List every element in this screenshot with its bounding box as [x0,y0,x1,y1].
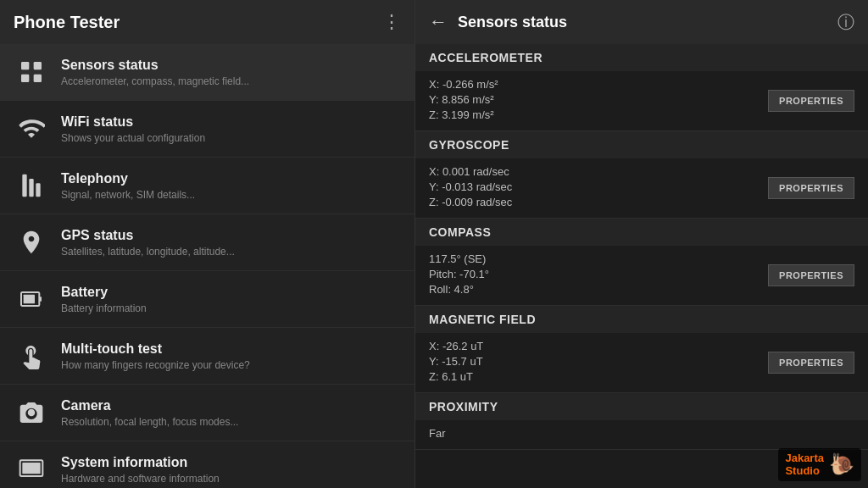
magnetic-values: X: -26.2 uT Y: -15.7 uT Z: 6.1 uT [429,340,758,385]
sidebar-item-telephony[interactable]: Telephony Signal, network, SIM details..… [0,158,415,214]
sidebar-item-sensors[interactable]: Sensors status Accelerometer, compass, m… [0,44,415,101]
right-panel: ← Sensors status ⓘ ACCELEROMETER X: -0.2… [415,0,868,488]
sensors-icon [14,54,49,90]
watermark-text-block: Jakarta Studio [785,452,824,478]
multitouch-title: Multi-touch test [61,341,250,357]
telephony-icon [14,168,49,203]
camera-text: Camera Resolution, focal length, focus m… [61,398,238,428]
magnetic-data: X: -26.2 uT Y: -15.7 uT Z: 6.1 uT PROPER… [415,333,868,392]
magnetic-properties-button[interactable]: PROPERTIES [768,352,854,374]
camera-subtitle: Resolution, focal length, focus modes... [61,416,238,428]
gps-subtitle: Satellites, latitude, longitude, altitud… [61,246,235,258]
proximity-values: Far [429,427,854,442]
svg-rect-4 [22,175,26,197]
right-panel-title: Sensors status [458,14,567,31]
right-header-left: ← Sensors status [429,11,567,33]
gyro-z: Z: -0.009 rad/sec [429,196,758,208]
svg-rect-5 [29,179,33,197]
sidebar-item-battery[interactable]: Battery Battery information [0,271,415,328]
multitouch-text: Multi-touch test How many fingers recogn… [61,341,250,371]
proximity-header: PROXIMITY [415,393,868,420]
magnetic-section: MAGNETIC FIELD X: -26.2 uT Y: -15.7 uT Z… [415,306,868,393]
system-text: System information Hardware and software… [61,455,220,485]
gps-title: GPS status [61,228,235,243]
camera-title: Camera [61,398,238,413]
sidebar-item-gps[interactable]: GPS status Satellites, latitude, longitu… [0,214,415,271]
sensors-content: ACCELEROMETER X: -0.266 m/s² Y: 8.856 m/… [415,44,868,488]
svg-rect-1 [34,62,42,69]
proximity-data: Far [415,420,868,449]
proximity-section: PROXIMITY Far [415,393,868,450]
sidebar-item-wifi[interactable]: WiFi status Shows your actual configurat… [0,101,415,158]
accelerometer-values: X: -0.266 m/s² Y: 8.856 m/s² Z: 3.199 m/… [429,78,758,124]
compass-roll: Roll: 4.8° [429,283,758,296]
accelerometer-section: ACCELEROMETER X: -0.266 m/s² Y: 8.856 m/… [415,44,868,131]
telephony-text: Telephony Signal, network, SIM details..… [61,171,195,201]
mag-y: Y: -15.7 uT [429,355,758,368]
compass-section: COMPASS 117.5° (SE) Pitch: -70.1° Roll: … [415,219,868,306]
sensors-subtitle: Accelerometer, compass, magnetic field..… [61,75,249,87]
proximity-value: Far [429,427,854,440]
back-button[interactable]: ← [429,11,448,33]
left-header: Phone Tester ⋮ [0,0,415,44]
sidebar-item-multitouch[interactable]: Multi-touch test How many fingers recogn… [0,328,415,385]
accel-y: Y: 8.856 m/s² [429,93,758,106]
wifi-icon [14,111,49,147]
watermark-line1: Jakarta [785,452,824,465]
svg-rect-6 [36,183,40,197]
telephony-title: Telephony [61,171,195,186]
watermark-line2: Studio [785,464,824,478]
accelerometer-properties-button[interactable]: PROPERTIES [768,90,854,112]
svg-rect-2 [21,75,29,82]
wifi-subtitle: Shows your actual configuration [61,132,205,144]
accelerometer-data: X: -0.266 m/s² Y: 8.856 m/s² Z: 3.199 m/… [415,71,868,130]
magnetic-header: MAGNETIC FIELD [415,306,868,333]
more-options-icon[interactable]: ⋮ [382,11,401,33]
compass-bearing: 117.5° (SE) [429,252,758,265]
wifi-title: WiFi status [61,114,205,130]
app-title: Phone Tester [14,13,120,32]
accelerometer-header: ACCELEROMETER [415,44,868,71]
gps-icon [14,225,49,260]
sidebar-item-system[interactable]: System information Hardware and software… [0,441,415,488]
compass-header: COMPASS [415,219,868,246]
camera-icon [14,395,49,430]
battery-subtitle: Battery information [61,302,147,314]
gyro-y: Y: -0.013 rad/sec [429,180,758,193]
battery-text: Battery Battery information [61,285,147,314]
mag-x: X: -26.2 uT [429,340,758,352]
svg-rect-3 [34,75,42,82]
system-title: System information [61,455,220,470]
accel-x: X: -0.266 m/s² [429,78,758,91]
right-header: ← Sensors status ⓘ [415,0,868,44]
sensors-title: Sensors status [61,58,249,73]
sidebar-item-camera[interactable]: Camera Resolution, focal length, focus m… [0,385,415,441]
battery-icon [14,281,49,317]
sensors-text: Sensors status Accelerometer, compass, m… [61,58,249,87]
compass-properties-button[interactable]: PROPERTIES [768,264,854,286]
gps-text: GPS status Satellites, latitude, longitu… [61,228,235,258]
menu-list: Sensors status Accelerometer, compass, m… [0,44,415,488]
mag-z: Z: 6.1 uT [429,370,758,383]
compass-values: 117.5° (SE) Pitch: -70.1° Roll: 4.8° [429,252,758,298]
system-icon [14,452,49,487]
system-subtitle: Hardware and software information [61,473,220,485]
telephony-subtitle: Signal, network, SIM details... [61,189,195,201]
left-panel: Phone Tester ⋮ Sensors status Accelerome… [0,0,415,488]
gyroscope-data: X: 0.001 rad/sec Y: -0.013 rad/sec Z: -0… [415,158,868,218]
accel-z: Z: 3.199 m/s² [429,108,758,121]
touch-icon [14,338,49,374]
watermark: Jakarta Studio 🐌 [778,448,861,481]
snail-icon: 🐌 [829,452,854,476]
svg-rect-10 [22,463,40,474]
wifi-text: WiFi status Shows your actual configurat… [61,114,205,144]
compass-data: 117.5° (SE) Pitch: -70.1° Roll: 4.8° PRO… [415,246,868,305]
compass-pitch: Pitch: -70.1° [429,268,758,280]
gyroscope-section: GYROSCOPE X: 0.001 rad/sec Y: -0.013 rad… [415,131,868,219]
gyroscope-header: GYROSCOPE [415,131,868,158]
gyroscope-properties-button[interactable]: PROPERTIES [768,177,854,199]
multitouch-subtitle: How many fingers recognize your device? [61,359,250,371]
gyroscope-values: X: 0.001 rad/sec Y: -0.013 rad/sec Z: -0… [429,165,758,211]
info-icon[interactable]: ⓘ [837,11,854,34]
battery-title: Battery [61,285,147,300]
